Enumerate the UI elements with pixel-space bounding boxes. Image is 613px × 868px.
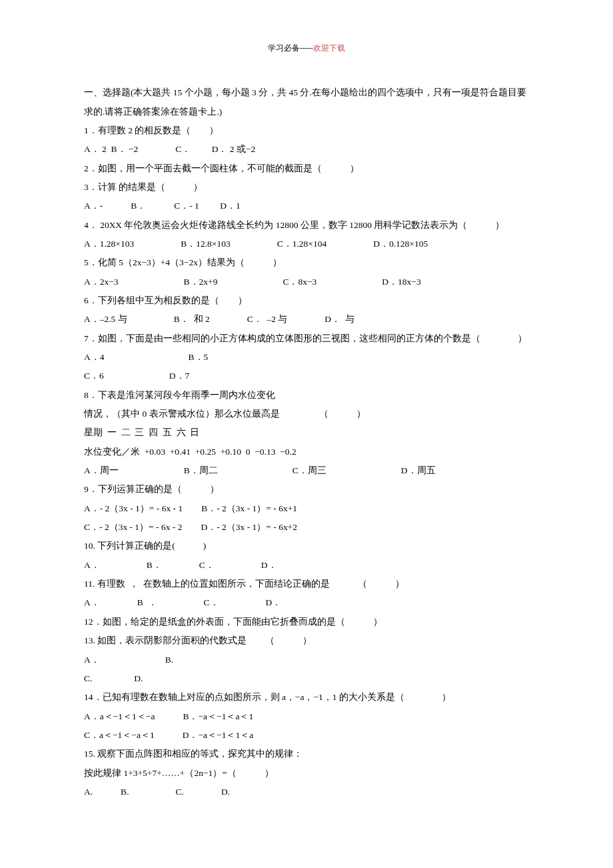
text-line: 4． 20XX 年伦敦奥运会火炬传递路线全长约为 12800 公里，数字 128… bbox=[84, 216, 529, 235]
text-line: C．- 2（3x - 1）= - 6x - 2 D．- 2（3x - 1）= -… bbox=[84, 518, 529, 537]
text-line: 9．下列运算正确的是（ ） bbox=[84, 480, 529, 499]
text-line: 6．下列各组中互为相反数的是（ ） bbox=[84, 291, 529, 310]
text-line: A．- 2（3x - 1）= - 6x - 1 B．- 2（3x - 1）= -… bbox=[84, 499, 529, 518]
text-line: 星期 一 二 三 四 五 六 日 bbox=[84, 423, 529, 442]
text-line: 5．化简 5（2x−3）+4（3−2x）结果为（ ） bbox=[84, 253, 529, 272]
text-line: A. B. C. D. bbox=[84, 783, 529, 801]
text-line: C．6 D．7 bbox=[84, 367, 529, 385]
text-line: 15. 观察下面点阵图和相应的等式，探究其中的规律： bbox=[84, 745, 529, 763]
text-line: 水位变化／米 +0.03 +0.41 +0.25 +0.10 0 −0.13 −… bbox=[84, 443, 529, 461]
header-prefix: 学习必备 bbox=[268, 43, 300, 53]
text-line: A．4 B．5 bbox=[84, 348, 529, 367]
text-line: A． B． C． D． bbox=[84, 556, 529, 575]
text-line: 8．下表是淮河某河段今年雨季一周内水位变化 bbox=[84, 386, 529, 405]
header-dashes: ----- bbox=[300, 43, 313, 53]
text-line: 7．如图，下面是由一些相同的小正方体构成的立体图形的三视图，这些相同的正方体的个… bbox=[84, 329, 529, 348]
text-line: A．2x−3 B．2x+9 C．8x−3 D．18x−3 bbox=[84, 273, 529, 291]
text-line: A．- B． C．- 1 D．1 bbox=[84, 197, 529, 215]
text-line: 一、选择题(本大题共 15 个小题，每小题 3 分，共 45 分.在每小题给出的… bbox=[84, 83, 529, 121]
text-line: A． B ． C． D． bbox=[84, 593, 529, 612]
text-line: 12．如图，给定的是纸盒的外表面，下面能由它折叠而成的是（ ） bbox=[84, 613, 529, 631]
text-line: 按此规律 1+3+5+7+……+（2n−1）=（ ） bbox=[84, 764, 529, 783]
text-line: A． 2 B． −2 C． D． 2 或−2 bbox=[84, 140, 529, 159]
text-line: C．a＜−1＜−a＜1 D．−a＜−1＜1＜a bbox=[84, 726, 529, 745]
header-suffix: 欢迎下载 bbox=[313, 43, 345, 53]
text-line: A．1.28×103 B．12.8×103 C．1.28×104 D．0.128… bbox=[84, 235, 529, 253]
text-line: 13. 如图，表示阴影部分面积的代数式是 （ ） bbox=[84, 631, 529, 650]
text-line: A．a＜−1＜1＜−a B．−a＜−1＜a＜1 bbox=[84, 707, 529, 726]
document-content: 一、选择题(本大题共 15 个小题，每小题 3 分，共 45 分.在每小题给出的… bbox=[84, 83, 529, 801]
text-line: 3．计算 的结果是（ ） bbox=[84, 178, 529, 197]
text-line: A．–2.5 与 B． 和 2 C． –2 与 D． 与 bbox=[84, 310, 529, 329]
text-line: 10. 下列计算正确的是( ) bbox=[84, 537, 529, 555]
text-line: 14．已知有理数在数轴上对应的点如图所示，则 a，−a，−1，1 的大小关系是（… bbox=[84, 688, 529, 707]
text-line: 2．如图，用一个平面去截一个圆柱体，不可能的截面是（ ） bbox=[84, 159, 529, 178]
text-line: 1．有理数 2 的相反数是（ ） bbox=[84, 121, 529, 140]
page-header: 学习必备-----欢迎下载 bbox=[84, 40, 529, 57]
text-line: 情况，（其中 0 表示警戒水位）那么水位最高是 （ ） bbox=[84, 405, 529, 423]
text-line: 11. 有理数 ， 在数轴上的位置如图所示，下面结论正确的是 （ ） bbox=[84, 575, 529, 593]
text-line: C. D. bbox=[84, 669, 529, 688]
text-line: A． B. bbox=[84, 651, 529, 669]
text-line: A．周一 B．周二 C．周三 D．周五 bbox=[84, 461, 529, 480]
